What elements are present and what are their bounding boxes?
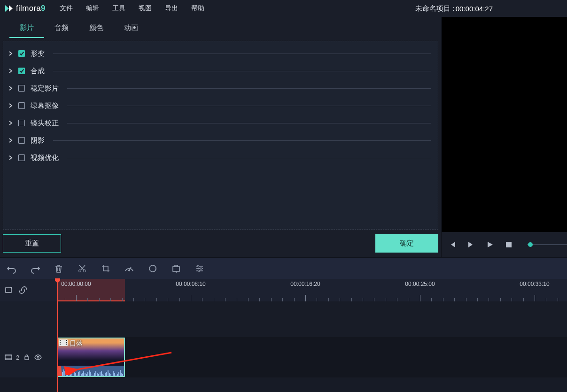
prop-row-transform[interactable]: 形变: [8, 45, 433, 62]
app-logo: filmora9: [4, 3, 46, 14]
ruler-label: 00:00:00:00: [61, 281, 91, 287]
checkbox-stabilize[interactable]: [18, 85, 25, 92]
timeline: 00:00:00:00 00:00:08:10 00:00:16:20 00:0…: [0, 279, 567, 392]
chevron-right-icon[interactable]: [8, 51, 14, 56]
svg-rect-9: [6, 288, 11, 292]
svg-point-1: [79, 269, 81, 272]
track-gutter: [0, 301, 57, 337]
zoom-thumb[interactable]: [528, 242, 533, 247]
prop-label: 形变: [31, 49, 45, 58]
video-clip[interactable]: 日落: [57, 338, 125, 377]
lock-icon[interactable]: [23, 354, 31, 361]
cut-icon[interactable]: [77, 263, 87, 274]
delete-icon[interactable]: [54, 263, 64, 274]
preview-panel: [442, 17, 567, 257]
prop-label: 绿幕抠像: [31, 101, 59, 110]
checkbox-transform[interactable]: [18, 50, 25, 57]
playhead[interactable]: [57, 279, 58, 392]
inspector-actions: 重置 确定: [3, 230, 438, 253]
prop-row-shadow[interactable]: 阴影: [8, 132, 433, 149]
preview-canvas[interactable]: [442, 17, 567, 232]
svg-rect-11: [25, 357, 29, 360]
chevron-right-icon[interactable]: [8, 155, 14, 161]
svg-point-2: [84, 269, 86, 272]
project-timecode: 00:00:04:27: [456, 5, 493, 13]
clip-thumbnails: 日落: [58, 338, 124, 366]
track-lane[interactable]: 日落: [57, 337, 567, 377]
svg-point-7: [200, 268, 202, 269]
track-row-video: 2 日落: [0, 337, 567, 377]
ruler-label: 00:00:33:10: [520, 281, 549, 287]
prop-row-stabilize[interactable]: 稳定影片: [8, 80, 433, 97]
menu-export[interactable]: 导出: [158, 1, 185, 15]
menu-tools[interactable]: 工具: [106, 1, 132, 15]
prop-row-compositing[interactable]: 合成: [8, 62, 433, 80]
track-row-empty: [0, 301, 567, 337]
prop-row-lenscorrect[interactable]: 镜头校正: [8, 115, 433, 132]
step-back-icon[interactable]: [448, 240, 457, 249]
speed-icon[interactable]: [124, 263, 134, 274]
inspector-tabs: 影片 音频 颜色 动画: [3, 20, 438, 38]
link-icon[interactable]: [19, 286, 27, 294]
project-name: 未命名项目 :: [415, 4, 454, 13]
prop-row-enhance[interactable]: 视频优化: [8, 149, 433, 167]
menu-view[interactable]: 视图: [132, 1, 158, 15]
checkbox-lenscorrect[interactable]: [18, 120, 25, 126]
checkbox-enhance[interactable]: [18, 154, 25, 161]
timeline-ruler[interactable]: 00:00:00:00 00:00:08:10 00:00:16:20 00:0…: [57, 279, 567, 301]
ruler-label: 00:00:16:20: [290, 281, 320, 287]
svg-rect-5: [173, 267, 179, 271]
greenscreen-icon[interactable]: [171, 263, 181, 274]
chevron-right-icon[interactable]: [8, 103, 14, 108]
tab-animation[interactable]: 动画: [114, 20, 148, 38]
add-track-icon[interactable]: [5, 286, 13, 294]
svg-rect-0: [506, 242, 512, 247]
redo-icon[interactable]: [30, 263, 40, 274]
menu-edit[interactable]: 编辑: [79, 1, 106, 15]
zoom-slider[interactable]: [527, 244, 567, 245]
menu-items: 文件 编辑 工具 视图 导出 帮助: [53, 1, 211, 15]
menu-file[interactable]: 文件: [53, 1, 79, 15]
chevron-right-icon[interactable]: [8, 68, 14, 74]
prop-label: 阴影: [31, 136, 45, 145]
checkbox-compositing[interactable]: [18, 68, 25, 74]
play-icon[interactable]: [486, 240, 494, 249]
menu-help[interactable]: 帮助: [185, 1, 211, 15]
film-icon: [59, 339, 68, 346]
reset-button[interactable]: 重置: [3, 234, 61, 253]
preview-controls: [442, 232, 567, 257]
tab-audio[interactable]: 音频: [44, 20, 79, 38]
prop-label: 合成: [31, 67, 45, 76]
crop-icon[interactable]: [101, 263, 111, 274]
track-lane[interactable]: [57, 301, 567, 337]
chevron-right-icon[interactable]: [8, 138, 14, 143]
tab-video[interactable]: 影片: [9, 20, 44, 38]
stop-icon[interactable]: [505, 240, 513, 249]
color-icon[interactable]: [148, 263, 158, 274]
prop-row-greenscreen[interactable]: 绿幕抠像: [8, 97, 433, 115]
checkbox-shadow[interactable]: [18, 137, 25, 144]
adjust-icon[interactable]: [194, 263, 205, 274]
menu-bar: filmora9 文件 编辑 工具 视图 导出 帮助 未命名项目 : 00:00…: [0, 0, 567, 17]
properties-list: 形变 合成 稳定影片 绿幕抠像: [3, 41, 438, 230]
eye-icon[interactable]: [34, 354, 42, 361]
ruler-label: 00:00:08:10: [176, 281, 205, 287]
prop-label: 镜头校正: [31, 119, 59, 128]
project-title: 未命名项目 : 00:00:04:27: [415, 4, 493, 13]
prop-label: 稳定影片: [31, 84, 59, 93]
tab-color[interactable]: 颜色: [79, 20, 114, 38]
track-number: 2: [16, 354, 19, 361]
chevron-right-icon[interactable]: [8, 120, 14, 126]
clip-waveform: [58, 366, 124, 376]
video-track-icon: [5, 354, 12, 361]
clip-title: 日落: [70, 339, 83, 348]
svg-point-12: [37, 356, 39, 358]
step-forward-icon[interactable]: [467, 240, 475, 249]
timeline-header-tools: [0, 279, 57, 301]
checkbox-greenscreen[interactable]: [18, 102, 25, 109]
ok-button[interactable]: 确定: [375, 234, 438, 253]
undo-icon[interactable]: [7, 263, 17, 274]
chevron-right-icon[interactable]: [8, 85, 14, 91]
logo-icon: [4, 3, 14, 14]
svg-point-8: [198, 270, 200, 272]
